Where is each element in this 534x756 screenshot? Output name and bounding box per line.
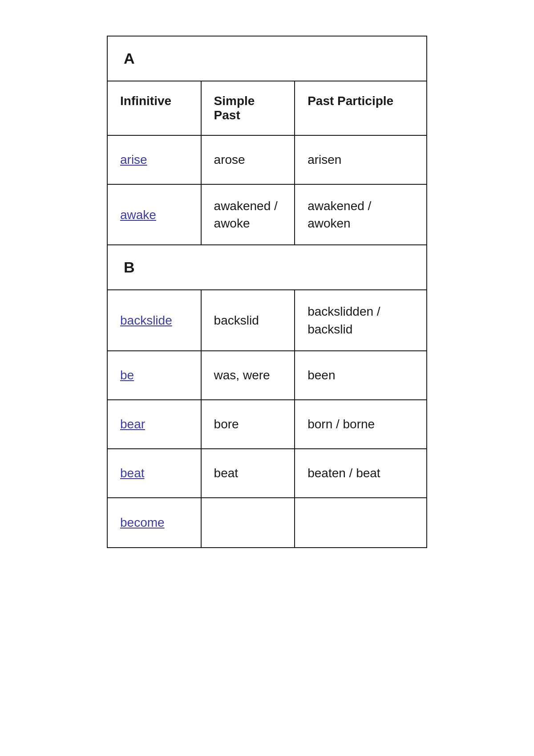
cell-simple-past-awake: awakened / awoke: [202, 185, 295, 244]
cell-simple-past-become: [202, 498, 295, 547]
col-header-infinitive: Infinitive: [108, 81, 202, 135]
table-row: beat beat beaten / beat: [108, 449, 426, 498]
table-row: become: [108, 498, 426, 547]
cell-past-participle-become: [295, 498, 426, 547]
cell-past-participle-bear: born / borne: [295, 400, 426, 448]
cell-simple-past-beat: beat: [202, 449, 295, 497]
cell-infinitive-backslide: backslide: [108, 290, 202, 350]
cell-infinitive-awake: awake: [108, 185, 202, 244]
col-header-simple-past: Simple Past: [202, 81, 295, 135]
link-awake[interactable]: awake: [120, 206, 156, 224]
cell-simple-past-backslide: backslid: [202, 290, 295, 350]
link-arise[interactable]: arise: [120, 151, 147, 168]
cell-infinitive-arise: arise: [108, 136, 202, 184]
column-headers: Infinitive Simple Past Past Participle: [108, 81, 426, 136]
cell-simple-past-be: was, were: [202, 351, 295, 399]
cell-past-participle-awake: awakened / awoken: [295, 185, 426, 244]
section-b-header: B: [108, 245, 426, 290]
table-row: be was, were been: [108, 351, 426, 400]
section-b-title: B: [124, 259, 135, 276]
table-row: bear bore born / borne: [108, 400, 426, 449]
cell-infinitive-be: be: [108, 351, 202, 399]
table-row: arise arose arisen: [108, 136, 426, 185]
link-backslide[interactable]: backslide: [120, 312, 172, 329]
table-row: backslide backslid backslidden / backsli…: [108, 290, 426, 351]
link-be[interactable]: be: [120, 366, 134, 384]
irregular-verbs-table: A Infinitive Simple Past Past Participle…: [107, 36, 427, 548]
link-become[interactable]: become: [120, 514, 165, 531]
link-beat[interactable]: beat: [120, 464, 145, 482]
link-bear[interactable]: bear: [120, 415, 145, 433]
cell-past-participle-beat: beaten / beat: [295, 449, 426, 497]
section-a-title: A: [124, 50, 135, 67]
table-row: awake awakened / awoke awakened / awoken: [108, 185, 426, 245]
cell-simple-past-bear: bore: [202, 400, 295, 448]
cell-infinitive-bear: bear: [108, 400, 202, 448]
cell-infinitive-beat: beat: [108, 449, 202, 497]
section-a-header: A: [108, 37, 426, 81]
cell-past-participle-arise: arisen: [295, 136, 426, 184]
cell-infinitive-become: become: [108, 498, 202, 547]
cell-past-participle-backslide: backslidden / backslid: [295, 290, 426, 350]
cell-past-participle-be: been: [295, 351, 426, 399]
col-header-past-participle: Past Participle: [295, 81, 426, 135]
cell-simple-past-arise: arose: [202, 136, 295, 184]
